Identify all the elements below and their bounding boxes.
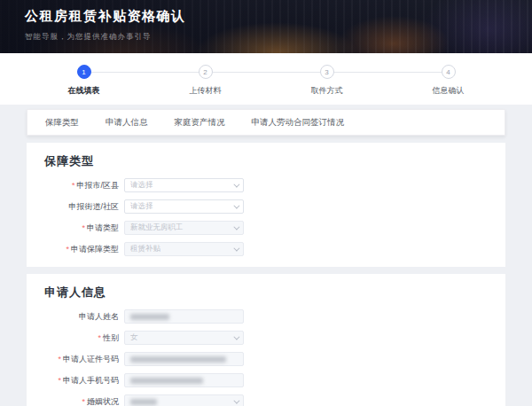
page-title: 公租房租赁补贴资格确认 (25, 8, 532, 25)
form-row-applicant-name: 申请人姓名 (44, 309, 488, 324)
field-label: 申报街道/社区 (44, 201, 119, 213)
field-label: *申请人证件号码 (44, 354, 119, 365)
chevron-down-icon (233, 181, 239, 187)
chevron-down-icon (233, 397, 239, 403)
field-label: *申请类型 (44, 223, 119, 234)
guarantee-type-select-disabled: 租赁补贴 (124, 242, 244, 256)
step-info-confirm: 4 信息确认 (387, 65, 509, 97)
step-2-circle: 2 (199, 65, 213, 79)
select-placeholder: 请选择 (130, 180, 153, 191)
id-number-input-disabled (124, 352, 244, 366)
chevron-down-icon (233, 333, 239, 340)
chevron-down-icon (233, 245, 239, 251)
section-applicant-info: 申请人信息 申请人姓名 *性别 女 *申请人证件号码 *申请人手机号码 *婚姻状… (27, 274, 505, 406)
form-row-guarantee-type: *申请保障类型 租赁补贴 (44, 242, 488, 256)
field-label: 申请人姓名 (44, 311, 119, 323)
step-upload-materials: 2 上传材料 (145, 65, 266, 97)
form-row-marital-status: *婚姻状况 (44, 394, 488, 406)
section-guarantee-type: 保障类型 *申报市/区县 请选择 申报街道/社区 请选择 *申请类型 新就业无房… (27, 143, 505, 267)
redacted-value (130, 314, 169, 320)
field-label: *婚姻状况 (44, 396, 119, 406)
select-placeholder: 请选择 (130, 201, 153, 212)
marital-status-select-disabled (124, 394, 244, 406)
tab-guarantee-type[interactable]: 保障类型 (45, 117, 79, 129)
field-label: *申请人手机号码 (44, 375, 119, 386)
gender-select-disabled: 女 (124, 331, 244, 345)
street-community-select[interactable]: 请选择 (124, 199, 244, 214)
redacted-value (130, 356, 226, 363)
form-row-phone-number: *申请人手机号码 (44, 373, 488, 387)
required-marker: * (82, 223, 85, 232)
page-banner: 公租房租赁补贴资格确认 智能导服，为您提供准确办事引导 (0, 0, 532, 53)
section-tabbar: 保障类型 申请人信息 家庭资产情况 申请人劳动合同签订情况 (27, 109, 505, 136)
step-4-circle: 4 (442, 65, 456, 79)
phone-number-input-disabled (124, 373, 244, 387)
step-online-form: 1 在线填表 (23, 65, 145, 97)
form-row-id-number: *申请人证件号码 (44, 352, 488, 366)
form-row-city-district: *申报市/区县 请选择 (44, 178, 488, 192)
form-row-street-community: 申报街道/社区 请选择 (44, 199, 488, 214)
field-label: *性别 (44, 332, 119, 344)
step-4-label: 信息确认 (433, 85, 465, 97)
redacted-value (130, 378, 203, 384)
step-1-circle: 1 (77, 65, 91, 79)
tab-labor-contract[interactable]: 申请人劳动合同签订情况 (252, 117, 345, 129)
required-marker: * (58, 376, 61, 385)
field-label: *申请保障类型 (44, 244, 119, 255)
step-1-label: 在线填表 (68, 85, 100, 97)
required-marker: * (66, 245, 69, 254)
step-3-label: 取件方式 (311, 85, 343, 97)
chevron-down-icon (233, 202, 239, 208)
select-value: 新就业无房职工 (130, 223, 184, 233)
tab-family-assets[interactable]: 家庭资产情况 (175, 117, 225, 129)
select-value: 租赁补贴 (130, 244, 160, 254)
apply-type-select-disabled: 新就业无房职工 (124, 221, 244, 235)
form-row-gender: *性别 女 (44, 331, 488, 345)
redacted-value (130, 399, 157, 405)
step-2-label: 上传材料 (190, 85, 222, 97)
field-label: *申报市/区县 (44, 180, 119, 191)
wizard-stepper: 1 在线填表 2 上传材料 3 取件方式 4 信息确认 (23, 53, 509, 97)
select-value: 女 (130, 332, 138, 343)
section-title: 保障类型 (44, 151, 488, 171)
page-subtitle: 智能导服，为您提供准确办事引导 (25, 32, 532, 43)
section-title: 申请人信息 (44, 282, 488, 302)
required-marker: * (98, 333, 101, 342)
required-marker: * (82, 397, 85, 406)
city-district-select[interactable]: 请选择 (124, 178, 244, 192)
form-row-apply-type: *申请类型 新就业无房职工 (44, 221, 488, 235)
stepper-band: 1 在线填表 2 上传材料 3 取件方式 4 信息确认 (0, 53, 532, 105)
required-marker: * (58, 355, 61, 363)
applicant-name-input-disabled (124, 309, 244, 324)
chevron-down-icon (233, 223, 239, 230)
step-pickup-method: 3 取件方式 (266, 65, 387, 97)
required-marker: * (72, 181, 75, 190)
tab-applicant-info[interactable]: 申请人信息 (106, 117, 148, 129)
step-3-circle: 3 (320, 65, 334, 79)
